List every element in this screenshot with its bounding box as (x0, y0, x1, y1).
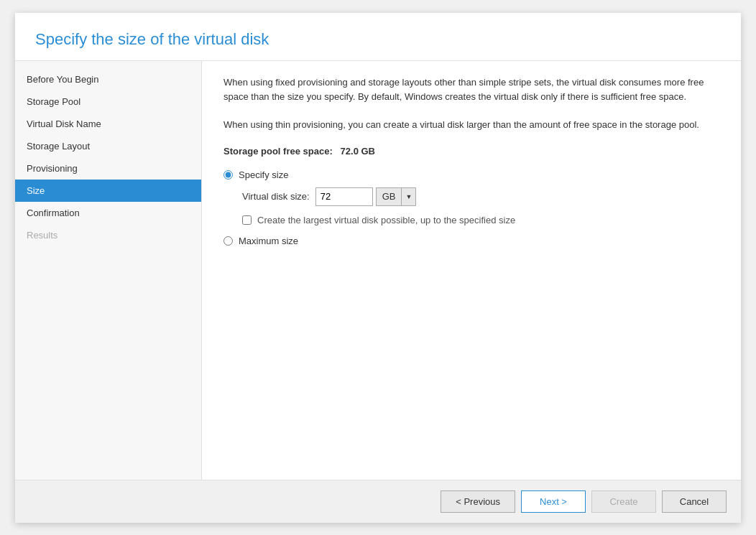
dialog-title: Specify the size of the virtual disk (35, 30, 721, 49)
sidebar-item-before-you-begin[interactable]: Before You Begin (15, 68, 201, 90)
free-space-line: Storage pool free space: 72.0 GB (223, 146, 719, 157)
sidebar-item-results: Results (15, 224, 201, 246)
specify-size-option: Specify size Virtual disk size: GB ▼ Cre… (223, 169, 719, 225)
cancel-button[interactable]: Cancel (662, 490, 727, 513)
largest-disk-label: Create the largest virtual disk possible… (257, 215, 515, 225)
next-button[interactable]: Next > (521, 490, 586, 513)
disk-size-row: Virtual disk size: GB ▼ (242, 187, 719, 206)
maximum-size-radio[interactable] (223, 236, 233, 246)
description-paragraph-1: When using fixed provisioning and storag… (223, 75, 719, 106)
sidebar-item-storage-pool[interactable]: Storage Pool (15, 90, 201, 113)
dialog-footer: < Previous Next > Create Cancel (15, 480, 741, 523)
dialog-header: Specify the size of the virtual disk (15, 13, 741, 60)
virtual-disk-size-input[interactable] (315, 187, 373, 206)
checkbox-row[interactable]: Create the largest virtual disk possible… (242, 215, 719, 225)
dialog-body: Before You Begin Storage Pool Virtual Di… (15, 60, 741, 480)
description-paragraph-2: When using thin provisioning, you can cr… (223, 118, 719, 133)
sidebar-item-virtual-disk-name[interactable]: Virtual Disk Name (15, 113, 201, 135)
sidebar-item-size[interactable]: Size (15, 180, 201, 202)
sidebar: Before You Begin Storage Pool Virtual Di… (15, 61, 202, 480)
maximum-size-label: Maximum size (239, 236, 298, 246)
previous-button[interactable]: < Previous (441, 490, 515, 513)
maximum-size-radio-row[interactable]: Maximum size (223, 236, 719, 246)
unit-label: GB (377, 188, 402, 205)
free-space-value: 72.0 GB (341, 146, 375, 157)
specify-size-label: Specify size (239, 169, 288, 180)
unit-dropdown-button[interactable]: ▼ (401, 188, 415, 205)
specify-size-radio[interactable] (223, 170, 233, 180)
content-area: When using fixed provisioning and storag… (202, 61, 741, 480)
largest-disk-checkbox[interactable] (242, 215, 252, 225)
sidebar-item-confirmation[interactable]: Confirmation (15, 202, 201, 224)
virtual-disk-size-label: Virtual disk size: (242, 191, 310, 202)
sidebar-item-provisioning[interactable]: Provisioning (15, 157, 201, 180)
sidebar-item-storage-layout[interactable]: Storage Layout (15, 135, 201, 157)
main-dialog: Specify the size of the virtual disk Bef… (15, 13, 741, 523)
specify-size-radio-row[interactable]: Specify size (223, 169, 719, 180)
create-button: Create (591, 490, 656, 513)
unit-container: GB ▼ (376, 187, 417, 206)
free-space-label: Storage pool free space: (223, 146, 333, 157)
